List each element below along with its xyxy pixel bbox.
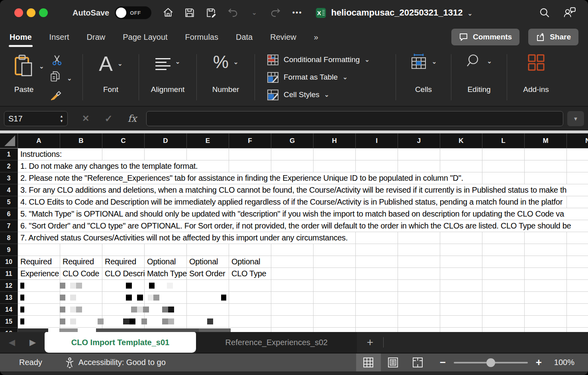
cell-A11[interactable]: Experience: [18, 268, 60, 279]
row-cells-3[interactable]: 2. Please note the "Reference_Experience…: [18, 172, 588, 184]
home-icon[interactable]: [162, 6, 174, 19]
close-button[interactable]: [14, 8, 23, 17]
row-header-3[interactable]: 3: [0, 172, 18, 184]
sheet-tab-reference-experiences[interactable]: Reference_Experiences_s02: [196, 332, 357, 353]
title-chevron-icon[interactable]: ⌄: [468, 10, 473, 17]
column-header-D[interactable]: D: [145, 133, 187, 148]
add-sheet-button[interactable]: +: [357, 332, 383, 353]
minimize-button[interactable]: [27, 8, 35, 17]
fullscreen-button[interactable]: [39, 8, 48, 17]
row-cells-10[interactable]: RequiredRequiredRequiredOptionalOptional…: [18, 256, 588, 268]
column-header-B[interactable]: B: [60, 133, 102, 148]
column-header-C[interactable]: C: [102, 133, 145, 148]
cell-F11[interactable]: CLO Type: [229, 268, 271, 279]
number-group[interactable]: %⌄ Number: [197, 49, 255, 106]
undo-icon[interactable]: [226, 6, 239, 19]
copy-chevron-icon[interactable]: ⌄: [67, 75, 72, 82]
column-header-J[interactable]: J: [398, 133, 440, 148]
alignment-group[interactable]: ⌄ Alignment: [139, 49, 196, 106]
row-header-10[interactable]: 10: [0, 256, 18, 268]
format-painter-icon[interactable]: [49, 88, 63, 101]
enter-icon[interactable]: ✓: [104, 113, 112, 124]
zoom-in-button[interactable]: +: [536, 356, 542, 369]
row-header-7[interactable]: 7: [0, 220, 18, 232]
row-cells-5[interactable]: 4. CLO Edits to Code and Description wil…: [18, 196, 588, 208]
row-cells-13[interactable]: [18, 292, 588, 304]
undo-menu-chevron-icon[interactable]: ⌄: [248, 6, 261, 19]
cell-D10[interactable]: Optional: [145, 256, 187, 268]
ribbon-tab-review[interactable]: Review: [270, 33, 296, 42]
column-header-F[interactable]: F: [229, 133, 271, 148]
column-header-L[interactable]: L: [482, 133, 525, 148]
column-header-K[interactable]: K: [440, 133, 482, 148]
presence-people-icon[interactable]: [563, 7, 576, 19]
row-cells-2[interactable]: 1. Do not make any changes to the templa…: [18, 160, 588, 172]
normal-view-button[interactable]: [356, 354, 381, 371]
paste-chevron-icon[interactable]: ⌄: [39, 63, 44, 70]
ribbon-tab-insert[interactable]: Insert: [49, 33, 69, 42]
cut-scissors-icon[interactable]: [51, 54, 63, 66]
more-commands-icon[interactable]: •••: [291, 6, 304, 19]
search-icon[interactable]: [539, 7, 551, 19]
cells-group[interactable]: ⌄ Cells: [396, 49, 451, 106]
autosave-toggle[interactable]: OFF: [115, 6, 151, 19]
row-header-5[interactable]: 5: [0, 196, 18, 208]
formula-input[interactable]: [146, 111, 563, 126]
font-group[interactable]: A⌄ Font: [83, 49, 139, 106]
sheet-tab-clo-import-template[interactable]: CLO Import Template_s01: [45, 332, 196, 353]
ribbon-tab-data[interactable]: Data: [236, 33, 253, 42]
paste-label[interactable]: Paste: [4, 85, 44, 94]
cancel-icon[interactable]: ✕: [82, 113, 89, 124]
row-header-6[interactable]: 6: [0, 208, 18, 220]
stepper-down-icon[interactable]: ▼: [60, 119, 63, 123]
format-as-table-button[interactable]: Format as Table ⌄: [267, 71, 396, 83]
cell-C11[interactable]: CLO Description: [102, 268, 145, 279]
cell-E11[interactable]: Sort Order: [187, 268, 229, 279]
addins-group[interactable]: Add-ins: [507, 49, 565, 106]
prev-sheet-icon[interactable]: ◀: [9, 338, 15, 347]
ribbon-tab-draw[interactable]: Draw: [87, 33, 106, 42]
row-header-9[interactable]: 9: [0, 244, 18, 256]
row-header-2[interactable]: 2: [0, 160, 18, 172]
conditional-formatting-button[interactable]: Conditional Formatting ⌄: [267, 54, 396, 66]
row-header-13[interactable]: 13: [0, 292, 18, 304]
column-header-H[interactable]: H: [314, 133, 356, 148]
ribbon-tab-formulas[interactable]: Formulas: [185, 33, 218, 42]
stepper-up-icon[interactable]: ▲: [60, 115, 63, 118]
zoom-slider[interactable]: [454, 362, 528, 363]
row-header-15[interactable]: 15: [0, 316, 18, 328]
comments-button[interactable]: Comments: [451, 29, 519, 45]
row-cells-16[interactable]: [18, 328, 588, 332]
zoom-slider-thumb[interactable]: [486, 358, 495, 367]
row-header-8[interactable]: 8: [0, 232, 18, 244]
cell-styles-button[interactable]: Cell Styles ⌄: [267, 89, 396, 101]
cell-A10[interactable]: Required: [18, 256, 60, 268]
row-cells-1[interactable]: Instructions:: [18, 148, 588, 160]
row-cells-11[interactable]: ExperienceCLO CodeCLO DescriptionMatch T…: [18, 268, 588, 280]
row-header-14[interactable]: 14: [0, 304, 18, 316]
column-header-G[interactable]: G: [271, 133, 314, 148]
row-header-1[interactable]: 1: [0, 148, 18, 160]
ribbon-tab-more-tabs[interactable]: »: [314, 33, 318, 42]
row-cells-9[interactable]: [18, 244, 588, 256]
column-header-M[interactable]: M: [525, 133, 567, 148]
page-layout-view-button[interactable]: [381, 354, 406, 371]
cell-B11[interactable]: CLO Code: [60, 268, 102, 279]
row-cells-8[interactable]: 7. Archived status Courses/Activities wi…: [18, 232, 588, 244]
formula-bar-expand-button[interactable]: ▼: [567, 111, 584, 126]
row-header-16[interactable]: 16: [0, 328, 18, 332]
document-title[interactable]: heliocampusac_20250321_1312: [331, 8, 463, 18]
column-header-I[interactable]: I: [356, 133, 398, 148]
zoom-level[interactable]: 100%: [550, 358, 574, 367]
cell-F10[interactable]: Optional: [229, 256, 271, 268]
row-cells-6[interactable]: 5. "Match Type" is OPTIONAL and should o…: [18, 208, 588, 220]
cell-B10[interactable]: Required: [60, 256, 102, 268]
cell-D11[interactable]: Match Type: [145, 268, 187, 279]
row-header-11[interactable]: 11: [0, 268, 18, 280]
column-header-A[interactable]: A: [18, 133, 60, 148]
row-cells-12[interactable]: [18, 280, 588, 292]
row-cells-15[interactable]: [18, 316, 588, 328]
row-cells-4[interactable]: 3. For any CLO additions and deletions, …: [18, 184, 588, 196]
name-box-stepper[interactable]: ▲ ▼: [60, 115, 63, 123]
copy-icon[interactable]: [49, 70, 62, 84]
